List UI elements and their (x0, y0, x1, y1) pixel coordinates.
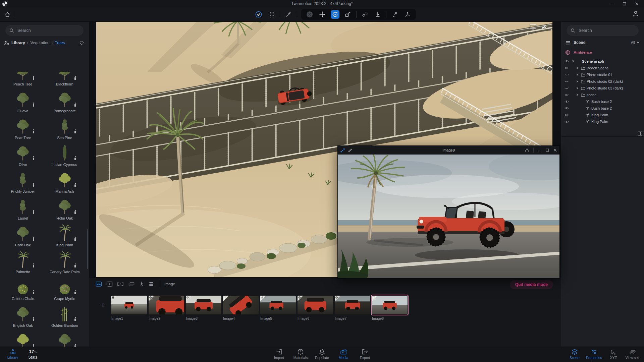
character-scatter-icon[interactable] (403, 10, 412, 19)
confirm-tool-icon[interactable] (254, 10, 263, 19)
populate-tab[interactable]: Populate (311, 349, 333, 360)
visibility-eye-icon[interactable] (565, 100, 572, 103)
scene-graph-row[interactable]: Bush base 2 (561, 105, 644, 112)
library-asset[interactable]: Olive (3, 142, 43, 169)
media-tab[interactable]: Media (333, 349, 354, 360)
visibility-eye-icon[interactable] (565, 107, 572, 110)
library-asset[interactable]: Canary Date Palm (45, 249, 85, 276)
expand-arrow-icon[interactable] (572, 60, 576, 62)
visibility-eye-icon[interactable] (565, 80, 572, 83)
library-asset[interactable]: Weeping Fig (45, 330, 85, 347)
edit-pencil-icon[interactable] (348, 148, 352, 152)
keyframe-icon[interactable] (340, 148, 345, 153)
breadcrumb-trees[interactable]: Trees (55, 41, 65, 45)
media-thumbnail[interactable]: Image2 (149, 296, 184, 320)
library-asset[interactable]: Cork Oak (3, 223, 43, 249)
expand-arrow-icon[interactable] (577, 87, 581, 89)
media-thumbnail[interactable]: Image1 (111, 296, 147, 320)
minimize-button[interactable] (610, 2, 614, 6)
scene-graph-row[interactable]: scene (561, 92, 644, 98)
profile-icon[interactable] (632, 10, 639, 17)
library-asset[interactable]: Golden Shower (3, 330, 43, 347)
visibility-eye-icon[interactable] (565, 93, 572, 97)
breadcrumb-vegetation[interactable]: Vegetation (31, 41, 50, 45)
color-picker-icon[interactable] (284, 10, 293, 19)
scene-search-input[interactable] (578, 28, 635, 33)
library-asset[interactable]: Peach Tree (3, 62, 43, 88)
media-thumbnail[interactable]: Image7 (335, 296, 370, 320)
library-tab[interactable]: Library (2, 349, 23, 359)
close-button[interactable] (635, 2, 639, 6)
sets-mode-icon[interactable] (149, 281, 154, 287)
scene-filter-dropdown[interactable]: All (631, 41, 639, 45)
media-thumbnail[interactable]: Image3 (186, 296, 221, 320)
library-asset[interactable]: Holm Oak (45, 196, 85, 223)
scene-graph-row[interactable]: King Palm (561, 112, 644, 118)
scene-graph-row[interactable]: Photo studio 01 (561, 71, 644, 78)
visibility-eye-icon[interactable] (565, 86, 572, 90)
breadcrumb-library[interactable]: Library (11, 41, 25, 45)
scene-graph-row[interactable]: Photo studio 02 (dark) (561, 78, 644, 85)
library-scrollbar[interactable] (87, 229, 88, 269)
video-mode-icon[interactable] (106, 281, 113, 287)
media-thumbnail[interactable]: Image4 (223, 296, 259, 320)
panorama-mode-icon[interactable] (117, 281, 124, 287)
collapse-panel-icon[interactable] (638, 131, 642, 136)
library-asset[interactable]: Prickly Juniper (3, 169, 43, 196)
library-search[interactable] (5, 25, 84, 36)
minimize-icon[interactable] (538, 148, 541, 152)
scene-graph-row[interactable]: King Palm (561, 118, 644, 125)
expand-arrow-icon[interactable] (577, 67, 581, 69)
media-thumbnail[interactable]: Image5 (260, 296, 296, 320)
scene-search[interactable] (567, 25, 639, 36)
rotate-tool-icon[interactable] (331, 10, 339, 19)
materials-tab[interactable]: Materials (290, 349, 311, 360)
library-asset[interactable]: Guava (3, 88, 43, 115)
export-tab[interactable]: Export (354, 349, 376, 360)
library-asset[interactable]: Italian Cypress (45, 142, 85, 169)
maximize-button[interactable] (623, 2, 626, 6)
close-icon[interactable] (553, 148, 557, 152)
library-asset[interactable]: Laurel (3, 196, 43, 223)
translate-tool-icon[interactable] (318, 10, 327, 19)
capture-frame-icon[interactable] (530, 24, 536, 29)
import-tab[interactable]: Import (268, 349, 290, 360)
library-asset[interactable]: Golden Chain (3, 276, 43, 303)
expand-arrow-icon[interactable] (577, 94, 581, 96)
home-button[interactable] (4, 11, 11, 18)
presentation-mode-icon[interactable] (128, 281, 135, 287)
visibility-eye-icon[interactable] (565, 66, 572, 70)
scene-graph-row[interactable]: Beach Scene (561, 65, 644, 71)
snap-grid-icon[interactable] (267, 10, 276, 19)
drop-to-ground-icon[interactable] (373, 10, 382, 19)
xyz-tab[interactable]: XYZ (604, 349, 623, 360)
library-asset[interactable]: Blackthorn (45, 62, 85, 88)
media-thumbnail[interactable]: Image6 (298, 296, 333, 320)
phasing-mode-icon[interactable] (139, 281, 144, 287)
scale-tool-icon[interactable] (343, 10, 352, 19)
image-preview-window[interactable]: Image8 (337, 145, 560, 279)
library-asset[interactable]: Pomegranate (45, 88, 85, 115)
stats-indicator[interactable]: 17% Stats (23, 349, 42, 360)
library-asset[interactable]: Manna Ash (45, 169, 85, 196)
properties-tab[interactable]: Properties (584, 349, 604, 360)
library-asset[interactable]: Pear Tree (3, 115, 43, 142)
visibility-eye-icon[interactable] (565, 113, 572, 117)
visibility-eye-icon[interactable] (565, 73, 572, 76)
lock-icon[interactable] (525, 148, 529, 153)
view-sets-tab[interactable]: View sets (623, 349, 643, 360)
library-asset[interactable]: Palmetto (3, 249, 43, 276)
vertex-snap-icon[interactable] (361, 10, 369, 19)
scene-tab[interactable]: Scene (565, 349, 584, 360)
library-asset[interactable]: English Oak (3, 303, 43, 330)
library-asset[interactable]: King Palm (45, 223, 85, 249)
menu-item[interactable] (18, 3, 25, 4)
maximize-icon[interactable] (546, 148, 549, 152)
library-search-input[interactable] (17, 28, 79, 33)
character-height-icon[interactable] (390, 10, 399, 19)
ambience-item[interactable]: Ambience (565, 49, 644, 56)
preview-window-header[interactable]: Image8 (338, 146, 559, 155)
scene-graph-row[interactable]: Scene graph (561, 58, 644, 65)
visibility-eye-icon[interactable] (565, 60, 572, 63)
visibility-icon[interactable] (541, 24, 547, 29)
